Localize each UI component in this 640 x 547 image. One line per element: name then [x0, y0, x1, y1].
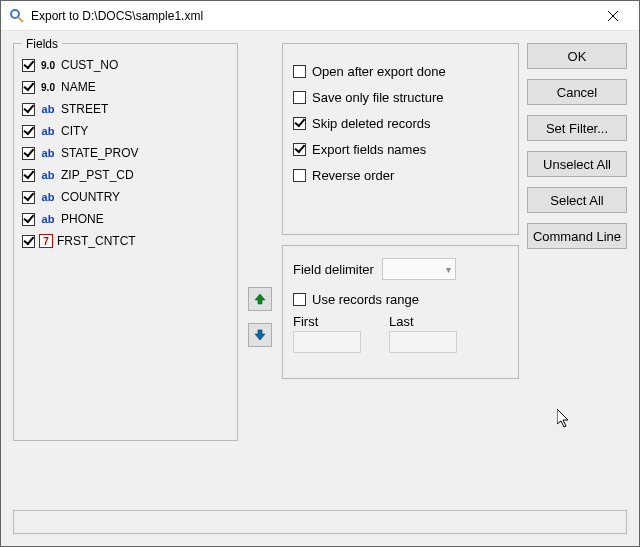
first-input[interactable] [293, 331, 361, 353]
field-checkbox[interactable] [22, 191, 35, 204]
chevron-down-icon: ▾ [446, 264, 451, 275]
use-records-range-label: Use records range [312, 292, 419, 307]
field-delimiter-combo[interactable]: ▾ [382, 258, 456, 280]
unselect-all-button[interactable]: Unselect All [527, 151, 627, 177]
option-row: Reverse order [293, 162, 508, 188]
number-type-icon: 9.0 [39, 80, 57, 94]
field-row[interactable]: 9.0CUST_NO [22, 54, 229, 76]
move-up-button[interactable] [248, 287, 272, 311]
option-checkbox[interactable] [293, 169, 306, 182]
field-row[interactable]: abPHONE [22, 208, 229, 230]
field-name: ZIP_PST_CD [61, 168, 134, 182]
svg-marker-5 [255, 330, 265, 340]
field-delimiter-label: Field delimiter [293, 262, 374, 277]
ok-button[interactable]: OK [527, 43, 627, 69]
action-buttons: OK Cancel Set Filter... Unselect All Sel… [527, 43, 627, 500]
text-type-icon: ab [39, 190, 57, 204]
field-checkbox[interactable] [22, 81, 35, 94]
option-checkbox[interactable] [293, 117, 306, 130]
date-type-icon: 7 [39, 234, 53, 248]
text-type-icon: ab [39, 212, 57, 226]
fields-group-title: Fields [22, 37, 62, 51]
command-line-button[interactable]: Command Line [527, 223, 627, 249]
option-row: Open after export done [293, 58, 508, 84]
field-checkbox[interactable] [22, 59, 35, 72]
app-icon [9, 8, 25, 24]
field-row[interactable]: 7FRST_CNTCT [22, 230, 229, 252]
field-checkbox[interactable] [22, 213, 35, 226]
option-label: Export fields names [312, 142, 426, 157]
dialog-body: Fields 9.0CUST_NO9.0NAMEabSTREETabCITYab… [1, 31, 639, 546]
move-down-button[interactable] [248, 323, 272, 347]
last-input[interactable] [389, 331, 457, 353]
window-title: Export to D:\DOCS\sample1.xml [25, 9, 590, 23]
titlebar: Export to D:\DOCS\sample1.xml [1, 1, 639, 31]
field-row[interactable]: abSTREET [22, 98, 229, 120]
option-checkbox[interactable] [293, 65, 306, 78]
set-filter-button[interactable]: Set Filter... [527, 115, 627, 141]
status-bar [13, 510, 627, 534]
reorder-controls [246, 43, 274, 500]
svg-marker-4 [255, 294, 265, 304]
text-type-icon: ab [39, 124, 57, 138]
field-name: STREET [61, 102, 108, 116]
fields-groupbox: Fields 9.0CUST_NO9.0NAMEabSTREETabCITYab… [13, 43, 238, 441]
close-button[interactable] [590, 1, 635, 30]
svg-point-0 [11, 10, 19, 18]
field-name: PHONE [61, 212, 104, 226]
option-checkbox[interactable] [293, 143, 306, 156]
option-label: Open after export done [312, 64, 446, 79]
option-label: Reverse order [312, 168, 394, 183]
option-label: Save only file structure [312, 90, 444, 105]
field-name: NAME [61, 80, 96, 94]
last-label: Last [389, 314, 457, 329]
field-row[interactable]: abZIP_PST_CD [22, 164, 229, 186]
use-records-range-checkbox[interactable] [293, 293, 306, 306]
field-checkbox[interactable] [22, 235, 35, 248]
field-checkbox[interactable] [22, 103, 35, 116]
fields-list: 9.0CUST_NO9.0NAMEabSTREETabCITYabSTATE_P… [14, 44, 237, 260]
option-checkbox[interactable] [293, 91, 306, 104]
option-label: Skip deleted records [312, 116, 431, 131]
field-checkbox[interactable] [22, 169, 35, 182]
field-checkbox[interactable] [22, 147, 35, 160]
export-dialog: Export to D:\DOCS\sample1.xml Fields 9.0… [0, 0, 640, 547]
field-name: CITY [61, 124, 88, 138]
field-row[interactable]: 9.0NAME [22, 76, 229, 98]
delimiter-groupbox: Field delimiter ▾ Use records range Firs… [282, 245, 519, 379]
field-name: STATE_PROV [61, 146, 139, 160]
options-groupbox: Open after export doneSave only file str… [282, 43, 519, 235]
field-row[interactable]: abSTATE_PROV [22, 142, 229, 164]
number-type-icon: 9.0 [39, 58, 57, 72]
field-name: FRST_CNTCT [57, 234, 136, 248]
text-type-icon: ab [39, 146, 57, 160]
text-type-icon: ab [39, 102, 57, 116]
field-name: CUST_NO [61, 58, 118, 72]
option-row: Export fields names [293, 136, 508, 162]
option-row: Save only file structure [293, 84, 508, 110]
text-type-icon: ab [39, 168, 57, 182]
select-all-button[interactable]: Select All [527, 187, 627, 213]
cancel-button[interactable]: Cancel [527, 79, 627, 105]
field-row[interactable]: abCOUNTRY [22, 186, 229, 208]
field-checkbox[interactable] [22, 125, 35, 138]
svg-line-1 [18, 17, 23, 22]
field-name: COUNTRY [61, 190, 120, 204]
option-row: Skip deleted records [293, 110, 508, 136]
field-row[interactable]: abCITY [22, 120, 229, 142]
first-label: First [293, 314, 361, 329]
